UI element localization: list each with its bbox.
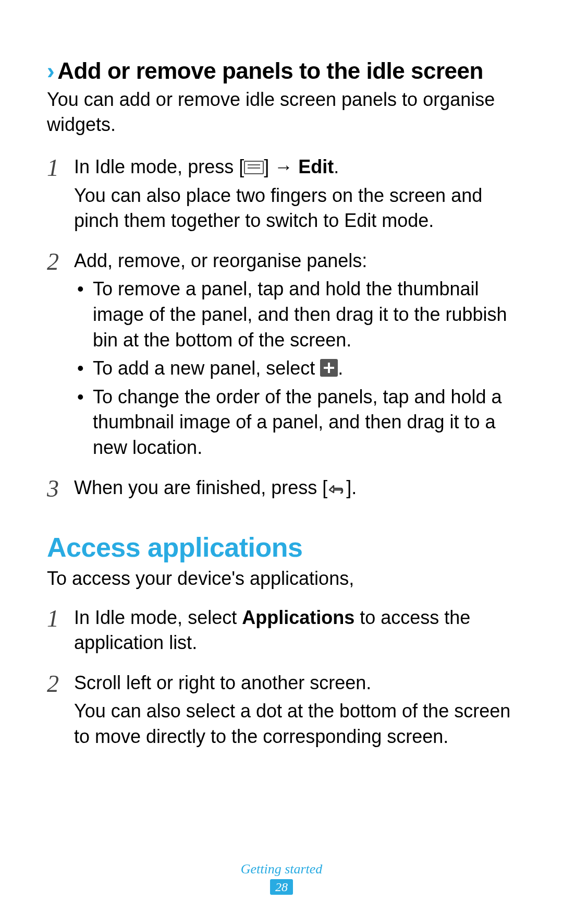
back-icon — [327, 477, 346, 503]
bold-text: Applications — [242, 607, 354, 628]
text: To add a new panel, select — [93, 357, 320, 379]
text: In Idle mode, press [ — [74, 156, 244, 177]
step-body: Scroll left or right to another screen. … — [74, 670, 516, 753]
step-item: 1 In Idle mode, press [] → Edit. You can… — [47, 154, 516, 237]
step-number: 1 — [47, 605, 74, 659]
step-line: You can also select a dot at the bottom … — [74, 699, 516, 749]
step-number: 3 — [47, 475, 74, 506]
step-body: In Idle mode, press [] → Edit. You can a… — [74, 154, 516, 237]
step-item: 1 In Idle mode, select Applications to a… — [47, 605, 516, 659]
menu-icon — [244, 161, 264, 174]
footer-page-number: 28 — [270, 879, 293, 895]
step-line: In Idle mode, select Applications to acc… — [74, 605, 516, 656]
bullet-item: To add a new panel, select . — [93, 356, 516, 381]
text: In Idle mode, select — [74, 607, 242, 628]
step-line: In Idle mode, press [] → Edit. — [74, 154, 516, 180]
page-footer: Getting started 28 — [0, 861, 563, 895]
subsection-intro: You can add or remove idle screen panels… — [47, 87, 516, 138]
step-body: In Idle mode, select Applications to acc… — [74, 605, 516, 659]
bullet-item: To change the order of the panels, tap a… — [93, 385, 516, 461]
subsection-heading: ›Add or remove panels to the idle screen — [47, 57, 516, 85]
step-line: Scroll left or right to another screen. — [74, 670, 516, 696]
text: ]. — [346, 477, 357, 498]
footer-section-label: Getting started — [0, 861, 563, 877]
step-line: When you are finished, press []. — [74, 475, 516, 503]
step-item: 2 Scroll left or right to another screen… — [47, 670, 516, 753]
step-body: When you are finished, press []. — [74, 475, 516, 506]
document-page: ›Add or remove panels to the idle screen… — [0, 0, 563, 924]
text: . — [338, 357, 343, 379]
step-number: 2 — [47, 670, 74, 753]
step-line: Add, remove, or reorganise panels: — [74, 248, 516, 274]
chevron-icon: › — [47, 58, 54, 83]
step-number: 2 — [47, 248, 74, 464]
step-line: You can also place two fingers on the sc… — [74, 183, 516, 234]
step-item: 2 Add, remove, or reorganise panels: To … — [47, 248, 516, 464]
subsection-title-text: Add or remove panels to the idle screen — [57, 58, 483, 83]
step-item: 3 When you are finished, press []. — [47, 475, 516, 506]
section-intro: To access your device's applications, — [47, 566, 516, 592]
text: ] → — [264, 156, 298, 177]
text: When you are finished, press [ — [74, 477, 327, 498]
bold-text: Edit — [298, 156, 334, 177]
bullet-item: To remove a panel, tap and hold the thum… — [93, 277, 516, 353]
text: . — [334, 156, 339, 177]
section-heading: Access applications — [47, 532, 516, 563]
step-body: Add, remove, or reorganise panels: To re… — [74, 248, 516, 464]
bullet-list: To remove a panel, tap and hold the thum… — [74, 277, 516, 460]
plus-icon — [320, 359, 338, 377]
step-number: 1 — [47, 154, 74, 237]
